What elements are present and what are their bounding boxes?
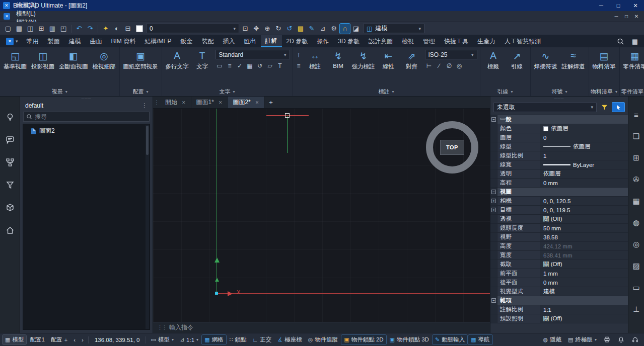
parts-list-button[interactable]: ▦ 零件清單 [621,48,644,71]
text-update-icon[interactable]: ↺ [256,61,264,70]
tree-item-drawing[interactable]: 圖面2 [23,124,150,137]
projected-view-button[interactable]: ◫ 投影視圖 [29,48,56,71]
row-expand-toggle[interactable] [490,287,497,296]
ribbon-group-footer[interactable]: 標註▾ [295,87,478,96]
property-value[interactable]: 依圖層 [540,169,628,178]
search-input[interactable] [35,113,147,120]
tab-scroll-left[interactable]: ‹ [71,336,78,344]
balloon-icon[interactable]: ◍ [631,218,641,228]
row-expand-toggle[interactable] [490,215,497,223]
row-expand-toggle[interactable] [490,251,497,260]
ribbon-tab[interactable]: BIM 資料 [107,35,140,47]
selection-modes-icon[interactable]: ◪ [351,24,361,34]
document-icon[interactable]: ✕ [4,13,10,20]
dim-baseline-icon[interactable]: ⊺ [295,51,303,59]
search-icon[interactable] [615,36,626,47]
regen-icon[interactable]: ↺ [284,24,295,34]
close-button[interactable]: ✕ [627,0,644,11]
ribbon-group-footer[interactable]: 零件清單▾ [621,87,644,96]
property-row[interactable]: 截取 關 (Off) [490,260,628,269]
leader-button[interactable]: ↗ 引線 [506,48,529,71]
new-document-tab-button[interactable]: + [264,97,277,108]
structure-browser-icon[interactable] [5,157,16,168]
snap-toggle[interactable]: ∷ 鎖點 [227,335,249,344]
dim-oblique-icon[interactable]: ∕ [435,61,444,70]
ribbon-group-footer[interactable]: 物料清單▾ [591,87,618,96]
ribbon-group-footer[interactable]: 視景▾ [2,87,118,96]
home-icon[interactable] [5,225,16,236]
menu-item[interactable]: 模型(L) [13,10,52,18]
property-filter-icon[interactable] [599,102,610,112]
property-value[interactable]: 38.58 [540,233,628,241]
save-all-icon[interactable]: ⊞ [36,24,46,34]
orbit-icon[interactable]: ↻ [273,24,283,34]
row-expand-toggle[interactable]: + [490,206,497,214]
settings-gear-icon[interactable]: ⚙ [329,24,339,34]
property-row[interactable]: + 目標 0, 0, 119.5 [490,206,628,215]
ribbon-tab[interactable]: 曲面 [86,35,107,47]
property-value[interactable]: 關 (Off) [540,215,628,223]
property-row[interactable]: 顏色 依圖層 [490,124,628,133]
panel-drag-handle[interactable]: ┄┄┄ [490,97,628,102]
child-window-control[interactable]: ✕ [632,13,641,21]
row-expand-toggle[interactable] [490,224,497,232]
current-color-swatch[interactable] [136,25,143,32]
dim-center-icon[interactable]: ◎ [455,61,464,70]
table-icon[interactable]: ▦ [631,196,641,206]
grid-toggle[interactable]: ▦ 網格 [202,335,226,344]
property-value[interactable]: 50 mm [540,224,628,232]
property-row[interactable]: 視野 38.58 [490,233,628,242]
property-value[interactable]: 638.41 mm [540,251,628,260]
ribbon-app-button[interactable]: ✕ ▾ [2,35,22,47]
child-window-control[interactable]: □ [622,13,631,21]
document-tab[interactable]: 圖面1* ✕ [191,97,228,108]
power-dimension-button[interactable]: ↯ 強力標註 [350,48,377,71]
property-value[interactable]: 關 (Off) [540,314,628,323]
navigation-toggle[interactable]: ▦ 導航 [468,335,492,344]
layer-dropdown[interactable]: 0 ▾ [146,24,239,33]
pan-icon[interactable]: ✥ [251,24,261,34]
row-expand-toggle[interactable]: − [490,296,497,305]
ribbon-tab[interactable]: 製圖 [43,35,64,47]
property-value[interactable]: 0, 0, 120.5 [540,197,628,205]
tips-bulb-icon[interactable] [5,112,16,123]
notifications-bell-icon[interactable] [615,335,627,344]
scale-text-icon[interactable]: T [276,61,284,70]
commandline-drag-handle[interactable]: ⋮⋮ [157,324,166,331]
print-publish-icon[interactable] [601,335,613,344]
row-expand-toggle[interactable] [490,179,497,187]
visibility-icon[interactable]: ◐ [112,24,122,34]
bim-dimension-button[interactable]: ↯ BIM [327,48,350,71]
row-expand-toggle[interactable]: − [490,188,497,196]
ribbon-tab[interactable]: 結構/MEP [140,35,176,47]
row-expand-toggle[interactable] [490,305,497,314]
property-value[interactable]: 424.12 mm [540,242,628,250]
property-row[interactable]: − 一般 [490,115,628,124]
tab-scroll-right[interactable]: › [79,336,86,344]
bom-button[interactable]: ▤ 物料清單 [591,48,618,71]
property-row[interactable]: 透視 關 (Off) [490,215,628,224]
property-row[interactable]: 線型 依圖層 [490,142,628,151]
full-section-view-button[interactable]: ◧ 全斷面視圖 [57,48,90,71]
print-icon[interactable]: ▥ [47,24,57,34]
close-icon[interactable]: ✕ [255,100,259,105]
zoom-in-icon[interactable]: ⊕ [262,24,272,34]
base-view-button[interactable]: ◱ 基準視圖 [2,48,29,71]
layer-states-icon[interactable]: ▤ [296,24,306,34]
property-value[interactable]: 0 mm [540,278,628,287]
dimension-style-dropdown[interactable]: ISO-25 ▾ [425,50,477,59]
lock-layer-icon[interactable]: ⊟ [123,24,133,34]
ribbon-tab[interactable]: 生產力 [473,35,500,47]
ribbon-tab[interactable]: 匯出 [240,35,261,47]
select-entities-button[interactable] [612,102,625,112]
text-button[interactable]: T 文字 [191,48,214,71]
redo-icon[interactable]: ↷ [85,24,95,34]
property-row[interactable]: 預設照明 關 (Off) [490,314,628,323]
row-expand-toggle[interactable] [490,124,497,133]
open-file-icon[interactable]: ▤ [14,24,24,34]
dim-diameter-icon[interactable]: ∅ [445,61,454,70]
esnap-key-icon[interactable]: ✦ [101,24,111,34]
sheets-icon[interactable]: ❏ [631,131,641,141]
property-row[interactable]: 圖層 0 [490,133,628,142]
property-value[interactable]: 關 (Off) [540,260,628,269]
